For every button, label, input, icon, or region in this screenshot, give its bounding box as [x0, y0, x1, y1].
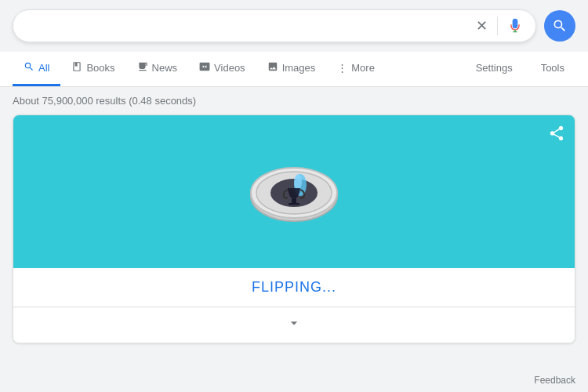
flipping-label[interactable]: FLIPPING... [13, 268, 575, 307]
all-icon [24, 61, 34, 74]
clear-icon[interactable]: ✕ [476, 17, 488, 34]
search-icons: ✕ [476, 16, 523, 35]
share-icon[interactable] [548, 125, 565, 146]
coin-expand-button[interactable] [13, 307, 575, 343]
tab-tools-label: Tools [541, 62, 564, 74]
results-count: About 75,900,000 results (0.48 seconds) [13, 95, 196, 107]
tabs-right: Settings Tools [465, 53, 575, 85]
search-box: flip a coin ✕ [13, 9, 536, 42]
svg-rect-6 [292, 199, 296, 203]
google-search-button[interactable] [544, 10, 575, 42]
chevron-down-icon [286, 315, 302, 335]
feedback-bar[interactable]: Feedback [534, 375, 575, 386]
coin-flip-card: FLIPPING... [13, 114, 575, 343]
divider [497, 16, 498, 35]
images-icon [267, 61, 278, 74]
tabs-navigation: All Books News Videos Images [0, 52, 588, 87]
mic-icon[interactable] [507, 18, 523, 34]
svg-point-5 [294, 174, 302, 190]
results-info: About 75,900,000 results (0.48 seconds) [0, 87, 588, 114]
tab-videos[interactable]: Videos [188, 52, 256, 86]
tabs-left: All Books News Videos Images [13, 52, 465, 86]
main-content: FLIPPING... [0, 114, 588, 343]
tab-images[interactable]: Images [256, 52, 327, 86]
tab-videos-label: Videos [214, 62, 245, 74]
tab-all-label: All [38, 62, 49, 74]
search-bar-area: flip a coin ✕ [0, 0, 588, 52]
tab-settings[interactable]: Settings [465, 53, 524, 85]
coin-flip-animation[interactable] [13, 115, 575, 268]
tab-images-label: Images [282, 62, 316, 74]
more-icon: ⋮ [337, 62, 347, 74]
tab-books-label: Books [86, 62, 114, 74]
tab-settings-label: Settings [476, 62, 513, 74]
tab-tools[interactable]: Tools [530, 53, 575, 85]
tab-all[interactable]: All [13, 52, 60, 86]
coin-svg [239, 157, 349, 227]
tab-news[interactable]: News [126, 52, 189, 86]
tab-books[interactable]: Books [60, 52, 125, 86]
svg-rect-7 [289, 203, 299, 205]
flipping-text: FLIPPING... [252, 279, 336, 295]
search-input[interactable]: flip a coin [26, 19, 476, 33]
books-icon [71, 61, 82, 74]
news-icon [137, 61, 148, 74]
feedback-label: Feedback [534, 375, 575, 386]
videos-icon [199, 61, 210, 74]
tab-more[interactable]: ⋮ More [326, 53, 386, 85]
tab-news-label: News [152, 62, 178, 74]
tab-more-label: More [351, 62, 375, 74]
